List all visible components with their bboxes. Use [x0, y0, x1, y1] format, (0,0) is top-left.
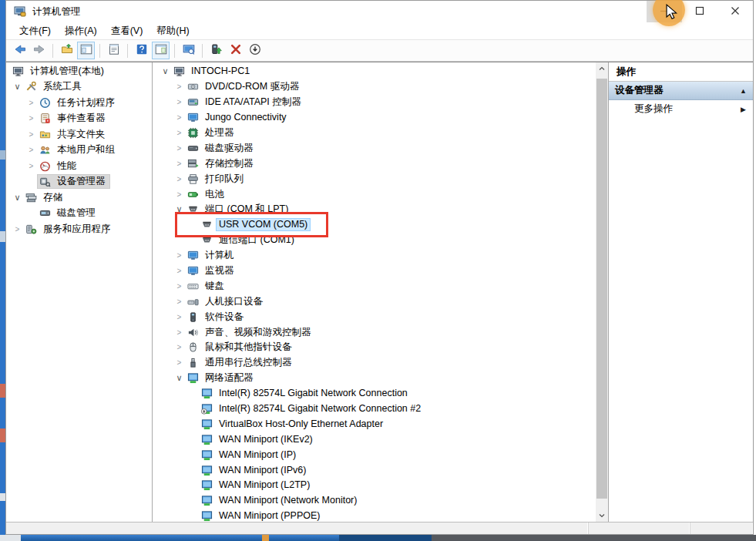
tree-expander-icon[interactable]: > — [25, 162, 38, 170]
tree-item-usb-controllers[interactable]: >通用串行总线控制器 — [153, 355, 596, 371]
tree-item-mice-pointing-devices[interactable]: >鼠标和其他指针设备 — [153, 340, 596, 355]
tree-item-intoch-pc1[interactable]: ∨INTOCH-PC1 — [153, 64, 596, 79]
tree-item-wan-miniport-ip[interactable]: WAN Miniport (IP) — [153, 447, 596, 462]
tree-item-performance[interactable]: >性能 — [6, 158, 152, 174]
tree-item-task-scheduler[interactable]: >任务计划程序 — [6, 95, 152, 111]
tree-item-computer-management-local[interactable]: 计算机管理(本地) — [6, 63, 152, 79]
menu-item[interactable]: 查看(V) — [104, 23, 150, 39]
tree-item-shared-folders[interactable]: >共享文件夹 — [6, 126, 152, 143]
help-button[interactable] — [133, 42, 150, 59]
tree-expander-icon[interactable]: ∨ — [159, 66, 172, 76]
menu-item[interactable]: 操作(A) — [58, 23, 104, 39]
tree-expander-icon[interactable]: > — [173, 160, 186, 168]
properties-button[interactable] — [105, 42, 123, 59]
tree-item-sound-video-game-controllers[interactable]: >声音、视频和游戏控制器 — [153, 324, 596, 340]
tree-expander-icon[interactable]: > — [173, 251, 186, 260]
titlebar[interactable]: 计算机管理 — [6, 1, 753, 22]
maximize-button[interactable] — [682, 1, 717, 22]
tree-item-jungo-connectivity[interactable]: >Jungo Connectivity — [153, 110, 596, 126]
tree-item-processors[interactable]: >处理器 — [153, 126, 596, 141]
tree-item-comm-port-com1[interactable]: 通信端口 (COM1) — [153, 233, 596, 248]
show-console-tree-button[interactable] — [77, 42, 95, 59]
tree-expander-icon[interactable]: ∨ — [173, 204, 186, 214]
update-driver-button[interactable] — [207, 42, 225, 59]
tree-item-keyboards[interactable]: >键盘 — [153, 278, 596, 294]
tree-expander-icon[interactable]: > — [173, 297, 186, 306]
tree-expander-icon[interactable]: > — [173, 282, 186, 291]
tree-item-intel-82574l-2[interactable]: Intel(R) 82574L Gigabit Network Connecti… — [153, 402, 596, 417]
tree-item-disk-management[interactable]: 磁盘管理 — [6, 206, 152, 222]
export-list-button[interactable] — [58, 42, 76, 59]
collapse-triangle-icon[interactable]: ▲ — [740, 87, 747, 95]
tree-item-software-devices[interactable]: >软件设备 — [153, 309, 596, 324]
tree-item-storage[interactable]: ∨存储 — [6, 190, 152, 206]
disable-device-button[interactable] — [246, 42, 264, 59]
tree-expander-icon[interactable]: > — [173, 98, 186, 106]
tree-item-usr-vcom-com5[interactable]: USR VCOM (COM5) — [153, 217, 596, 233]
tree-expander-icon[interactable]: > — [173, 190, 186, 199]
tree-item-content: 通信端口 (COM1) — [200, 234, 298, 247]
vertical-scrollbar[interactable] — [596, 62, 608, 522]
tree-item-dvd-cdrom-drives[interactable]: >DVD/CD-ROM 驱动器 — [153, 79, 596, 95]
actions-section-device-manager[interactable]: 设备管理器 ▲ — [609, 82, 753, 100]
tree-expander-icon[interactable]: > — [173, 313, 186, 321]
tree-item-storage-controllers[interactable]: >存储控制器 — [153, 156, 596, 171]
tree-item-ide-ata-atapi-controllers[interactable]: >IDE ATA/ATAPI 控制器 — [153, 95, 596, 110]
tree-item-intel-82574l-1[interactable]: Intel(R) 82574L Gigabit Network Connecti… — [153, 386, 596, 402]
tree-item-event-viewer[interactable]: >事件查看器 — [6, 111, 152, 127]
tree-expander-icon[interactable]: > — [173, 358, 186, 367]
uninstall-device-button[interactable] — [227, 42, 244, 59]
menu-item[interactable]: 帮助(H) — [150, 23, 196, 39]
tree-item-computer[interactable]: >计算机 — [153, 248, 596, 264]
tree-item-wan-miniport-network-monitor[interactable]: WAN Miniport (Network Monitor) — [153, 493, 596, 509]
scroll-up-button[interactable] — [596, 62, 608, 75]
tree-item-content: 计算机管理(本地) — [11, 65, 108, 78]
tree-expander-icon[interactable]: > — [173, 328, 186, 337]
tree-expander-icon[interactable]: ∨ — [11, 193, 24, 203]
tree-expander-icon[interactable]: > — [173, 267, 186, 275]
mouse-cursor-icon — [664, 4, 680, 23]
tree-expander-icon[interactable]: > — [173, 113, 186, 122]
tree-item-system-tools[interactable]: ∨系统工具 — [6, 79, 152, 96]
close-button[interactable] — [717, 1, 753, 22]
show-action-pane-button[interactable] — [152, 42, 170, 59]
tree-expander-icon[interactable]: > — [25, 146, 38, 154]
tree-item-wan-miniport-ikev2[interactable]: WAN Miniport (IKEv2) — [153, 432, 596, 447]
menu-item[interactable]: 文件(F) — [12, 23, 58, 39]
tree-item-disk-drives[interactable]: >磁盘驱动器 — [153, 140, 596, 156]
tree-item-virtualbox-hostonly[interactable]: VirtualBox Host-Only Ethernet Adapter — [153, 416, 596, 432]
tree-expander-icon[interactable]: > — [173, 129, 186, 137]
tree-expander-icon[interactable]: ∨ — [173, 373, 186, 383]
forward-button[interactable] — [30, 42, 48, 59]
tree-expander-icon[interactable]: > — [25, 114, 38, 123]
tree-expander-icon[interactable]: > — [25, 99, 38, 107]
tree-expander-icon[interactable]: > — [173, 82, 186, 91]
tree-item-network-adapters[interactable]: ∨网络适配器 — [153, 371, 596, 386]
tree-expander-icon[interactable]: > — [173, 175, 186, 183]
tree-item-monitors[interactable]: >监视器 — [153, 264, 596, 279]
tree-item-label: IDE ATA/ATAPI 控制器 — [203, 96, 304, 108]
tree-item-device-manager[interactable]: 设备管理器 — [6, 174, 152, 190]
tree-item-content: 事件查看器 — [38, 112, 109, 125]
tree-item-services-applications[interactable]: >服务和应用程序 — [6, 221, 152, 237]
tree-item-wan-miniport-pppoe[interactable]: WAN Miniport (PPPOE) — [153, 509, 596, 522]
tree-expander-icon[interactable]: > — [25, 130, 38, 139]
tree-item-hid-devices[interactable]: >人机接口设备 — [153, 294, 596, 309]
tree-item-content: 共享文件夹 — [38, 128, 109, 141]
scrollbar-thumb[interactable] — [596, 79, 607, 499]
back-button[interactable] — [11, 42, 29, 59]
scroll-down-button[interactable] — [596, 509, 608, 522]
tree-item-wan-miniport-ipv6[interactable]: WAN Miniport (IPv6) — [153, 462, 596, 478]
tree-item-print-queues[interactable]: >打印队列 — [153, 171, 596, 186]
tree-expander-icon[interactable]: > — [173, 144, 186, 153]
tree-item-wan-miniport-l2tp[interactable]: WAN Miniport (L2TP) — [153, 478, 596, 493]
tree-item-batteries[interactable]: >电池 — [153, 186, 596, 202]
tree-item-local-users-groups[interactable]: >本地用户和组 — [6, 143, 152, 159]
remote-connect-button[interactable] — [180, 42, 197, 59]
tree-expander-icon[interactable]: > — [11, 225, 24, 234]
tree-item-ports-com-lpt[interactable]: ∨端口 (COM 和 LPT) — [153, 202, 596, 217]
tree-expander-icon[interactable]: ∨ — [11, 82, 24, 92]
tree-expander-icon[interactable]: > — [173, 343, 186, 351]
more-actions-item[interactable]: 更多操作 ▶ — [609, 100, 753, 118]
tree-item-content: USR VCOM (COM5) — [200, 218, 311, 231]
